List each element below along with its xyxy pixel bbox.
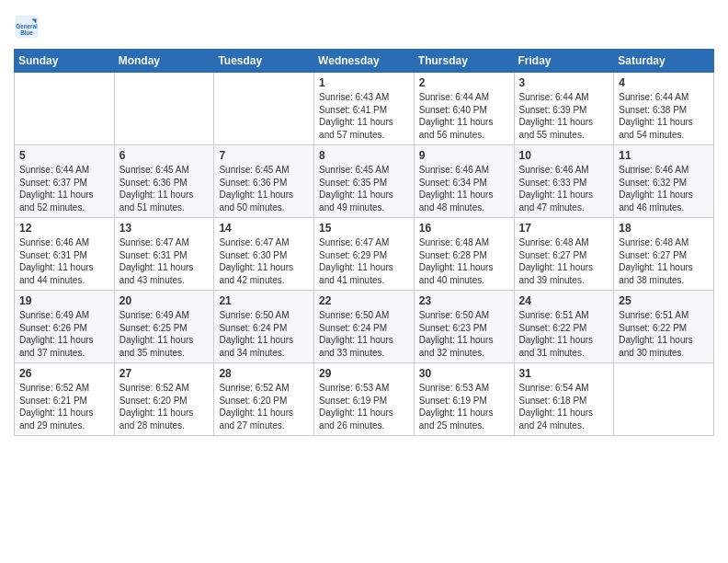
- day-number: 18: [619, 222, 709, 235]
- day-number: 14: [219, 222, 309, 235]
- calendar-cell: 6Sunrise: 6:45 AM Sunset: 6:36 PM Daylig…: [114, 145, 214, 218]
- day-number: 8: [319, 149, 409, 162]
- day-info: Sunrise: 6:52 AM Sunset: 6:20 PM Dayligh…: [219, 382, 309, 431]
- calendar-cell: 3Sunrise: 6:44 AM Sunset: 6:39 PM Daylig…: [514, 73, 614, 145]
- day-number: 1: [319, 76, 409, 89]
- calendar-cell: 26Sunrise: 6:52 AM Sunset: 6:21 PM Dayli…: [15, 363, 115, 436]
- day-number: 19: [19, 294, 109, 307]
- day-number: 22: [319, 294, 409, 307]
- calendar-week-3: 12Sunrise: 6:46 AM Sunset: 6:31 PM Dayli…: [15, 218, 714, 291]
- day-number: 20: [119, 294, 210, 307]
- calendar-cell: 28Sunrise: 6:52 AM Sunset: 6:20 PM Dayli…: [214, 363, 314, 436]
- calendar-week-5: 26Sunrise: 6:52 AM Sunset: 6:21 PM Dayli…: [15, 363, 714, 436]
- day-number: 15: [319, 222, 409, 235]
- calendar-cell: 2Sunrise: 6:44 AM Sunset: 6:40 PM Daylig…: [414, 73, 514, 145]
- day-header-saturday: Saturday: [614, 50, 714, 73]
- calendar-week-2: 5Sunrise: 6:44 AM Sunset: 6:37 PM Daylig…: [15, 145, 714, 218]
- day-info: Sunrise: 6:46 AM Sunset: 6:33 PM Dayligh…: [519, 164, 609, 213]
- calendar-cell: [114, 73, 214, 145]
- day-info: Sunrise: 6:47 AM Sunset: 6:31 PM Dayligh…: [119, 236, 210, 286]
- day-number: 26: [19, 367, 109, 380]
- day-info: Sunrise: 6:46 AM Sunset: 6:34 PM Dayligh…: [419, 164, 509, 213]
- day-number: 16: [419, 222, 509, 235]
- calendar-cell: 18Sunrise: 6:48 AM Sunset: 6:27 PM Dayli…: [614, 218, 714, 291]
- calendar-cell: 14Sunrise: 6:47 AM Sunset: 6:30 PM Dayli…: [214, 218, 314, 291]
- page-header: General Blue: [14, 14, 714, 40]
- calendar-cell: 27Sunrise: 6:52 AM Sunset: 6:20 PM Dayli…: [114, 363, 214, 436]
- calendar-header-row: SundayMondayTuesdayWednesdayThursdayFrid…: [15, 50, 714, 73]
- calendar-cell: 9Sunrise: 6:46 AM Sunset: 6:34 PM Daylig…: [414, 145, 514, 218]
- day-info: Sunrise: 6:44 AM Sunset: 6:37 PM Dayligh…: [19, 164, 109, 213]
- day-number: 5: [19, 149, 109, 162]
- calendar-cell: 17Sunrise: 6:48 AM Sunset: 6:27 PM Dayli…: [514, 218, 614, 291]
- day-header-friday: Friday: [514, 50, 614, 73]
- day-info: Sunrise: 6:44 AM Sunset: 6:39 PM Dayligh…: [519, 91, 609, 141]
- day-number: 11: [619, 149, 709, 162]
- svg-text:Blue: Blue: [20, 29, 33, 36]
- day-number: 28: [219, 367, 309, 380]
- day-info: Sunrise: 6:53 AM Sunset: 6:19 PM Dayligh…: [419, 382, 509, 431]
- day-header-thursday: Thursday: [414, 50, 514, 73]
- day-header-wednesday: Wednesday: [314, 50, 415, 73]
- day-info: Sunrise: 6:50 AM Sunset: 6:24 PM Dayligh…: [219, 309, 309, 359]
- svg-text:General: General: [16, 23, 38, 29]
- day-info: Sunrise: 6:48 AM Sunset: 6:27 PM Dayligh…: [519, 236, 609, 286]
- day-info: Sunrise: 6:51 AM Sunset: 6:22 PM Dayligh…: [519, 309, 609, 359]
- day-info: Sunrise: 6:43 AM Sunset: 6:41 PM Dayligh…: [319, 91, 409, 141]
- logo: General Blue: [14, 14, 43, 40]
- calendar-week-4: 19Sunrise: 6:49 AM Sunset: 6:26 PM Dayli…: [15, 291, 714, 363]
- day-info: Sunrise: 6:45 AM Sunset: 6:36 PM Dayligh…: [219, 164, 309, 213]
- day-number: 6: [119, 149, 210, 162]
- logo-icon: General Blue: [14, 14, 40, 40]
- day-info: Sunrise: 6:49 AM Sunset: 6:26 PM Dayligh…: [19, 309, 109, 359]
- calendar-cell: 16Sunrise: 6:48 AM Sunset: 6:28 PM Dayli…: [414, 218, 514, 291]
- calendar-cell: 22Sunrise: 6:50 AM Sunset: 6:24 PM Dayli…: [314, 291, 415, 363]
- calendar-cell: 7Sunrise: 6:45 AM Sunset: 6:36 PM Daylig…: [214, 145, 314, 218]
- calendar-cell: 24Sunrise: 6:51 AM Sunset: 6:22 PM Dayli…: [514, 291, 614, 363]
- calendar-cell: 29Sunrise: 6:53 AM Sunset: 6:19 PM Dayli…: [314, 363, 415, 436]
- calendar-week-1: 1Sunrise: 6:43 AM Sunset: 6:41 PM Daylig…: [15, 73, 714, 145]
- day-number: 17: [519, 222, 609, 235]
- day-number: 25: [619, 294, 709, 307]
- day-number: 21: [219, 294, 309, 307]
- day-header-tuesday: Tuesday: [214, 50, 314, 73]
- calendar-cell: 11Sunrise: 6:46 AM Sunset: 6:32 PM Dayli…: [614, 145, 714, 218]
- day-number: 30: [419, 367, 509, 380]
- calendar-cell: 12Sunrise: 6:46 AM Sunset: 6:31 PM Dayli…: [15, 218, 115, 291]
- day-number: 13: [119, 222, 210, 235]
- day-info: Sunrise: 6:53 AM Sunset: 6:19 PM Dayligh…: [319, 382, 409, 431]
- day-info: Sunrise: 6:45 AM Sunset: 6:36 PM Dayligh…: [119, 164, 210, 213]
- day-info: Sunrise: 6:47 AM Sunset: 6:29 PM Dayligh…: [319, 236, 409, 286]
- day-header-monday: Monday: [114, 50, 214, 73]
- calendar-cell: 13Sunrise: 6:47 AM Sunset: 6:31 PM Dayli…: [114, 218, 214, 291]
- day-info: Sunrise: 6:50 AM Sunset: 6:23 PM Dayligh…: [419, 309, 509, 359]
- day-info: Sunrise: 6:52 AM Sunset: 6:21 PM Dayligh…: [19, 382, 109, 431]
- calendar-cell: 15Sunrise: 6:47 AM Sunset: 6:29 PM Dayli…: [314, 218, 415, 291]
- day-info: Sunrise: 6:51 AM Sunset: 6:22 PM Dayligh…: [619, 309, 709, 359]
- day-info: Sunrise: 6:48 AM Sunset: 6:27 PM Dayligh…: [619, 236, 709, 286]
- day-info: Sunrise: 6:47 AM Sunset: 6:30 PM Dayligh…: [219, 236, 309, 286]
- calendar-cell: 5Sunrise: 6:44 AM Sunset: 6:37 PM Daylig…: [15, 145, 115, 218]
- day-number: 2: [419, 76, 509, 89]
- day-number: 12: [19, 222, 109, 235]
- day-number: 23: [419, 294, 509, 307]
- day-number: 10: [519, 149, 609, 162]
- day-info: Sunrise: 6:44 AM Sunset: 6:38 PM Dayligh…: [619, 91, 709, 141]
- calendar-cell: 1Sunrise: 6:43 AM Sunset: 6:41 PM Daylig…: [314, 73, 415, 145]
- day-number: 24: [519, 294, 609, 307]
- calendar-cell: [15, 73, 115, 145]
- calendar-cell: 8Sunrise: 6:45 AM Sunset: 6:35 PM Daylig…: [314, 145, 415, 218]
- calendar-table: SundayMondayTuesdayWednesdayThursdayFrid…: [14, 49, 714, 436]
- calendar-cell: 21Sunrise: 6:50 AM Sunset: 6:24 PM Dayli…: [214, 291, 314, 363]
- day-number: 4: [619, 76, 709, 89]
- day-number: 29: [319, 367, 409, 380]
- day-info: Sunrise: 6:48 AM Sunset: 6:28 PM Dayligh…: [419, 236, 509, 286]
- calendar-cell: 4Sunrise: 6:44 AM Sunset: 6:38 PM Daylig…: [614, 73, 714, 145]
- calendar-cell: [214, 73, 314, 145]
- day-header-sunday: Sunday: [15, 50, 115, 73]
- calendar-cell: 31Sunrise: 6:54 AM Sunset: 6:18 PM Dayli…: [514, 363, 614, 436]
- day-info: Sunrise: 6:46 AM Sunset: 6:32 PM Dayligh…: [619, 164, 709, 213]
- calendar-cell: 10Sunrise: 6:46 AM Sunset: 6:33 PM Dayli…: [514, 145, 614, 218]
- calendar-cell: 25Sunrise: 6:51 AM Sunset: 6:22 PM Dayli…: [614, 291, 714, 363]
- day-info: Sunrise: 6:49 AM Sunset: 6:25 PM Dayligh…: [119, 309, 210, 359]
